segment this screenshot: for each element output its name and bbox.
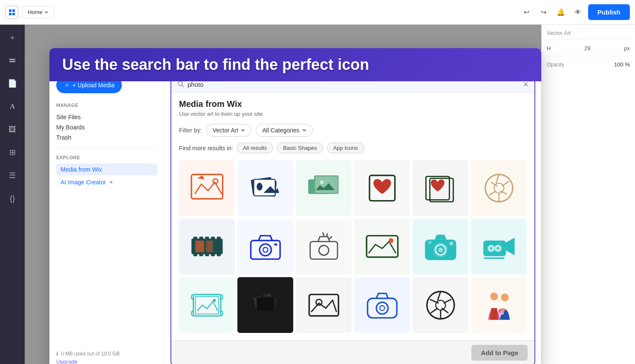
rail-text-icon[interactable]: A xyxy=(5,99,20,114)
media-thumb-9[interactable] xyxy=(296,219,352,275)
rail-layers-icon[interactable] xyxy=(5,53,20,68)
all-categories-label: All Categories xyxy=(262,127,299,134)
rail-list-icon[interactable]: ☰ xyxy=(5,168,20,183)
find-more-label: Find more results in: xyxy=(179,145,233,152)
media-thumb-12[interactable] xyxy=(471,219,527,275)
search-close-icon[interactable]: ✕ xyxy=(523,80,528,89)
svg-line-79 xyxy=(438,292,441,301)
publish-button[interactable]: Publish xyxy=(588,4,630,20)
icon-rail: ＋ 📄 A 🖼 ⊞ ☰ {} xyxy=(0,25,25,364)
svg-rect-1 xyxy=(12,9,15,12)
rail-apps-icon[interactable]: ⊞ xyxy=(5,145,20,160)
app-icons-tag[interactable]: App Icons xyxy=(327,143,364,153)
choose-media-dialog: Use the search bar to find the perfect i… xyxy=(49,48,541,364)
media-thumb-16[interactable] xyxy=(354,277,410,333)
svg-rect-5 xyxy=(9,61,15,62)
ai-image-creator-label: AI Image Creator xyxy=(61,179,106,186)
canvas-area: Use the search bar to find the perfect i… xyxy=(25,25,541,364)
wix-media-heading: Media from Wix xyxy=(179,99,527,109)
media-thumb-18[interactable] xyxy=(471,277,527,333)
basic-shapes-tag[interactable]: Basic Shapes xyxy=(277,143,323,153)
media-thumb-10[interactable] xyxy=(354,219,410,275)
rail-pages-icon[interactable]: 📄 xyxy=(5,76,20,91)
svg-point-68 xyxy=(213,299,216,302)
media-thumb-17[interactable] xyxy=(413,277,468,333)
svg-line-24 xyxy=(502,181,508,186)
dialog-media-from-wix[interactable]: Media from Wix xyxy=(56,163,157,175)
filter-row: Filter by: Vector Art All Categories xyxy=(171,120,534,141)
media-thumb-14[interactable] xyxy=(237,277,293,333)
dialog-main: ✕ Media from Wix Use vector art to liven… xyxy=(165,70,541,364)
all-categories-filter[interactable]: All Categories xyxy=(256,124,312,137)
media-thumb-15[interactable] xyxy=(296,277,352,333)
dialog-storage-info: ℹ 0 MB used out of 10.0 GB xyxy=(56,351,157,357)
svg-rect-38 xyxy=(211,252,215,256)
preview-icon[interactable]: 👁 xyxy=(571,6,585,19)
svg-rect-30 xyxy=(193,237,197,241)
svg-point-44 xyxy=(263,247,268,252)
dialog-ai-image-creator[interactable]: AI Image Creator ✦ xyxy=(56,176,157,188)
svg-line-80 xyxy=(443,299,451,303)
all-results-tag[interactable]: All results xyxy=(237,143,273,153)
svg-line-7 xyxy=(182,85,184,87)
svg-rect-0 xyxy=(9,9,12,12)
svg-point-85 xyxy=(490,292,498,300)
redo-icon[interactable]: ↪ xyxy=(537,6,551,19)
dialog-sidebar: ＋ + Upload Media MANAGE Site Files My Bo… xyxy=(49,70,165,364)
svg-rect-66 xyxy=(193,295,220,316)
dialog-explore-label: EXPLORE xyxy=(56,155,157,160)
search-input[interactable] xyxy=(188,81,520,88)
media-thumb-5[interactable] xyxy=(413,160,468,216)
svg-point-89 xyxy=(500,311,504,315)
rail-add-icon[interactable]: ＋ xyxy=(5,30,20,45)
media-thumb-1[interactable] xyxy=(179,160,235,216)
height-unit: px xyxy=(624,45,630,52)
svg-line-81 xyxy=(442,308,448,313)
vector-art-filter[interactable]: Vector Art xyxy=(206,124,252,137)
rail-media-icon[interactable]: 🖼 xyxy=(5,122,20,137)
svg-line-49 xyxy=(326,234,327,237)
wix-media-header: Media from Wix Use vector art to liven u… xyxy=(171,92,534,120)
add-to-page-button[interactable]: Add to Page xyxy=(471,345,528,361)
svg-rect-40 xyxy=(195,241,204,252)
svg-rect-4 xyxy=(9,59,15,60)
svg-point-52 xyxy=(388,238,393,243)
home-button[interactable]: Home xyxy=(22,6,54,18)
media-thumb-7[interactable] xyxy=(179,219,235,275)
dialog-upgrade-link[interactable]: Upgrade xyxy=(56,358,157,364)
media-thumb-3[interactable] xyxy=(296,160,352,216)
top-bar: Home ↩ ↪ 🔔 👁 Publish xyxy=(0,0,635,25)
wix-media-subheading: Use vector art to liven up your site. xyxy=(179,111,527,117)
vector-art-label: Vector Art xyxy=(213,127,239,134)
svg-line-23 xyxy=(496,174,499,183)
svg-rect-51 xyxy=(367,236,398,257)
svg-rect-31 xyxy=(199,237,203,241)
svg-point-43 xyxy=(260,244,271,256)
dialog-trash[interactable]: Trash xyxy=(56,132,157,143)
modal-overlay: Use the search bar to find the perfect i… xyxy=(25,25,541,364)
notification-icon[interactable]: 🔔 xyxy=(554,6,568,19)
svg-point-17 xyxy=(320,180,323,184)
dialog-site-files[interactable]: Site Files xyxy=(56,112,157,122)
opacity-label: Opacity xyxy=(547,62,564,68)
media-grid xyxy=(171,158,534,340)
media-thumb-4[interactable] xyxy=(354,160,410,216)
dialog-my-boards[interactable]: My Boards xyxy=(56,122,157,132)
rail-code-icon[interactable]: {} xyxy=(5,191,20,206)
svg-point-58 xyxy=(428,241,431,244)
svg-point-75 xyxy=(376,302,388,314)
svg-rect-32 xyxy=(205,237,209,241)
svg-rect-41 xyxy=(206,241,213,252)
svg-point-86 xyxy=(501,293,508,301)
media-thumb-2[interactable] xyxy=(237,160,293,216)
media-thumb-6[interactable] xyxy=(471,160,527,216)
opacity-value: 100 % xyxy=(614,61,630,68)
media-thumb-13[interactable] xyxy=(179,277,235,333)
media-thumb-8[interactable] xyxy=(237,219,293,275)
media-thumb-11[interactable] xyxy=(413,219,468,275)
search-icon xyxy=(177,80,184,89)
undo-icon[interactable]: ↩ xyxy=(520,6,534,19)
right-panel: Vector Art H 29 px Opacity 100 % xyxy=(541,25,635,364)
wix-media-footer: Add to Page xyxy=(171,340,534,364)
svg-line-48 xyxy=(323,233,323,236)
